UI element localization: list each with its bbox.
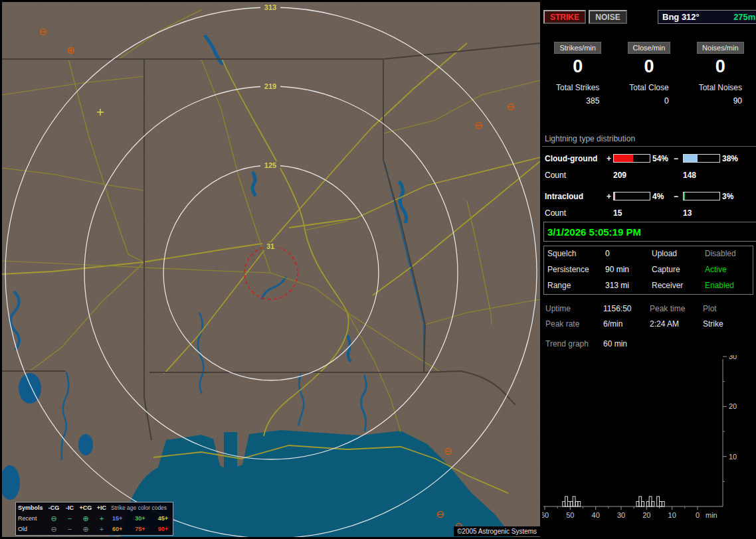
noise-button[interactable]: NOISE — [589, 10, 627, 24]
total-strikes-value: 385 — [556, 96, 599, 106]
range-label: Range — [547, 281, 571, 290]
count-label: Count — [545, 208, 566, 218]
copyright-text: ©2005 Astrogenic Systems — [457, 528, 537, 535]
lightning-map[interactable]: 313 219 125 31 ©2005 Astrogenic Systems … — [2, 2, 540, 537]
age-code-15: 15+ — [112, 515, 122, 522]
right-panel: STRIKE NOISE Bng 312° 275mi Strikes/min … — [542, 0, 756, 539]
datetime-display: 3/1/2026 5:05:19 PM — [543, 222, 756, 242]
svg-text:0: 0 — [696, 511, 700, 519]
plot-value: Strike — [703, 319, 723, 329]
ic-pos-gauge — [613, 192, 650, 200]
settings-box: Squelch 0 Upload Disabled Persistence 90… — [543, 246, 753, 295]
svg-text:10: 10 — [668, 511, 676, 519]
circle-minus-icon: ⊖ — [46, 526, 62, 533]
ic-neg-percent: 3% — [722, 192, 733, 201]
legend: Symbols -CG -IC +CG +IC Strike age color… — [15, 502, 173, 536]
close-per-min-badge: Close/min — [628, 42, 671, 54]
svg-text:30: 30 — [617, 511, 625, 519]
mode-toolbar: STRIKE NOISE Bng 312° 275mi — [542, 10, 756, 25]
strikes-per-min-badge: Strikes/min — [554, 42, 601, 54]
settings-row: Range 313 mi Receiver Enabled — [544, 281, 753, 294]
ring-label-219: 219 — [264, 82, 276, 90]
strike-button[interactable]: STRIKE — [543, 10, 586, 24]
total-noises-label: Total Noises — [699, 83, 742, 92]
svg-text:60: 60 — [542, 511, 549, 519]
legend-header-row: Symbols -CG -IC +CG +IC Strike age color… — [16, 502, 173, 513]
cg-pos-gauge — [613, 154, 650, 163]
total-close-value: 0 — [629, 96, 668, 106]
svg-text:10: 10 — [729, 453, 737, 461]
age-code-60: 60+ — [112, 526, 122, 532]
rate-counters: Strikes/min 0 Total Strikes 385 Close/mi… — [542, 41, 756, 106]
svg-text:40: 40 — [592, 511, 600, 519]
peak-rate-value: 6/min — [603, 319, 622, 329]
capture-status: Active — [705, 265, 727, 274]
legend-col-pos-ic: +IC — [94, 504, 110, 511]
trend-graph-label: Trend graph — [545, 339, 589, 348]
lightning-distribution: Lightning type distribution Cloud-ground… — [542, 130, 756, 222]
count-label: Count — [545, 171, 566, 180]
minus-sign: − — [674, 154, 678, 163]
cloud-ground-row: Cloud-ground + 54% − 38% — [542, 151, 756, 169]
capture-label: Capture — [652, 265, 680, 274]
svg-text:20: 20 — [729, 402, 737, 410]
receiver-status: Enabled — [705, 281, 734, 290]
svg-text:min: min — [706, 511, 717, 519]
ring-label-125: 125 — [264, 161, 276, 169]
legend-col-neg-ic: -IC — [62, 504, 78, 511]
age-code-75: 75+ — [135, 526, 145, 532]
intracloud-row: Intracloud + 4% − 3% — [542, 189, 756, 206]
circle-plus-icon: ⊕ — [78, 526, 94, 533]
cg-neg-percent: 38% — [722, 154, 738, 163]
cg-neg-count: 148 — [683, 171, 696, 180]
cloud-ground-label: Cloud-ground — [545, 154, 597, 163]
uptime-label: Uptime — [545, 304, 571, 313]
receiver-label: Receiver — [652, 281, 683, 290]
cg-pos-count: 209 — [613, 171, 626, 180]
total-strikes-label: Total Strikes — [556, 83, 599, 92]
status-row: Uptime 1156:50 Peak time Plot — [542, 304, 756, 319]
plus-sign: + — [607, 154, 611, 163]
trend-graph: 6050403020100min102030 — [542, 355, 756, 529]
plus-icon: + — [94, 515, 110, 522]
settings-row: Squelch 0 Upload Disabled — [544, 249, 753, 262]
legend-age-header: Strike age color codes — [110, 504, 171, 511]
legend-col-pos-cg: +CG — [78, 504, 94, 511]
age-code-90: 90+ — [158, 526, 168, 532]
upload-status: Disabled — [705, 249, 736, 258]
noises-counter: Noises/min 0 Total Noises 90 — [685, 41, 756, 106]
ic-neg-count: 13 — [683, 208, 692, 218]
range-value: 313 mi — [605, 281, 629, 290]
status-row: Peak rate 6/min 2:24 AM Strike — [542, 319, 756, 335]
uptime-value: 1156:50 — [603, 304, 632, 313]
cg-neg-gauge — [683, 154, 720, 163]
total-close-label: Total Close — [629, 83, 668, 92]
settings-row: Persistence 90 min Capture Active — [544, 265, 753, 278]
intracloud-count-row: Count 15 13 — [542, 206, 756, 222]
datetime-text: 3/1/2026 5:05:19 PM — [547, 226, 641, 238]
trend-window-value: 60 min — [603, 339, 627, 348]
peak-time-label: Peak time — [650, 304, 685, 313]
peak-time-value: 2:24 AM — [650, 319, 679, 329]
close-counter: Close/min 0 Total Close 0 — [613, 41, 684, 106]
total-noises-value: 90 — [699, 96, 742, 106]
age-code-30: 30+ — [135, 515, 145, 522]
minus-icon: − — [62, 526, 78, 533]
legend-col-neg-cg: -CG — [46, 504, 62, 511]
legend-recent-label: Recent — [18, 515, 46, 522]
squelch-value: 0 — [605, 249, 610, 258]
noises-per-min-value: 0 — [685, 56, 756, 76]
plus-icon: + — [94, 526, 110, 533]
legend-old-row: Old ⊖ − ⊕ + 60+ 75+ 90+ — [16, 524, 173, 534]
ring-label-313: 313 — [264, 3, 276, 11]
cloud-ground-count-row: Count 209 148 — [542, 169, 756, 185]
minus-sign: − — [674, 192, 678, 201]
ring-label-31: 31 — [266, 242, 274, 250]
lake — [19, 373, 41, 404]
bearing-display: Bng 312° 275mi — [658, 10, 756, 24]
ic-pos-percent: 4% — [652, 192, 664, 201]
close-per-min-value: 0 — [613, 56, 684, 76]
persistence-value: 90 min — [605, 265, 629, 274]
bearing-distance: 275mi — [733, 12, 756, 22]
legend-old-label: Old — [18, 526, 46, 532]
